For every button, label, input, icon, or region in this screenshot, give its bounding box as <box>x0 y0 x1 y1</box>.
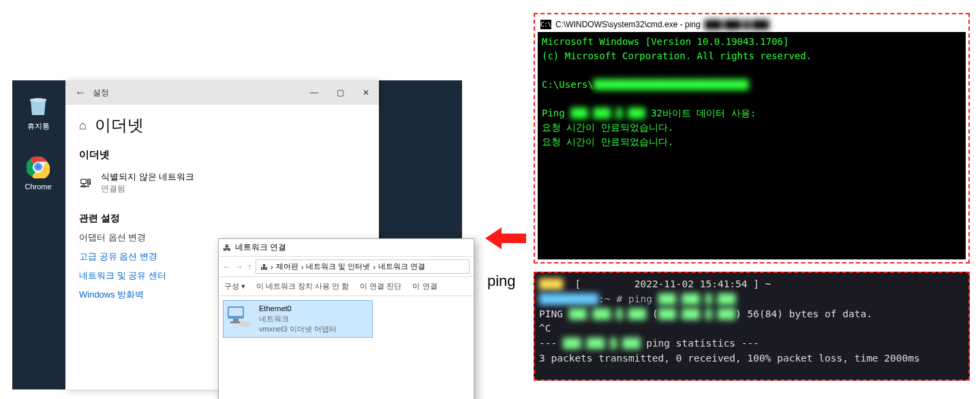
linux-user-redacted: ██████████ <box>539 292 598 307</box>
linux-datetime: [ 2022-11-02 15:41:54 ] ~ <box>575 278 771 289</box>
netconn-title-text: 네트워크 연결 <box>235 242 286 253</box>
settings-header: ⌂ 이더넷 <box>65 105 379 143</box>
toolbar-organize[interactable]: 구성 ▾ <box>224 281 245 291</box>
adapter-icon <box>226 304 254 331</box>
netconn-toolbar: 구성 ▾ 이 네트워크 장치 사용 안 함 이 연결 진단 이 연결 <box>219 277 474 296</box>
network-status-line1: 식별되지 않은 네트워크 <box>101 171 194 183</box>
chevron-right-icon: › <box>301 263 304 271</box>
netconn-titlebar[interactable]: 🖧 네트워크 연결 <box>219 239 474 257</box>
cmd-icon: C:\ <box>540 20 551 29</box>
settings-titlebar[interactable]: ← 설정 — ▢ ✕ <box>65 80 379 105</box>
chevron-right-icon: › <box>271 263 273 271</box>
linux-ping-ip3-redacted: ███.███.█.███ <box>658 307 736 322</box>
cmd-body[interactable]: Microsoft Windows [Version 10.0.19043.17… <box>538 32 966 259</box>
adapter-text: Ethernet0 네트워크 vmxnet3 이더넷 어댑터 <box>259 304 337 334</box>
cmd-title-redacted: ███.███.█.███ <box>705 20 769 29</box>
network-status-item[interactable]: 🖳 식별되지 않은 네트워크 연결됨 <box>79 171 365 195</box>
monitor-network-icon: 🖳 <box>79 175 93 191</box>
linux-paren-open: ( <box>646 308 658 319</box>
breadcrumb-item-2[interactable]: 네트워크 및 인터넷 <box>306 261 370 272</box>
svg-rect-9 <box>240 321 251 327</box>
cmd-timeout-1: 요청 시간이 만료되었습니다. <box>542 122 673 133</box>
cmd-titlebar[interactable]: C:\ C:\WINDOWS\system32\cmd.exe - ping █… <box>538 17 966 32</box>
svg-point-4 <box>35 164 41 170</box>
linux-terminal-body[interactable]: ████ [ 2022-11-02 15:41:54 ] ~ █████████… <box>539 277 964 366</box>
cmd-ping-ip: ███.███.█.███ <box>570 106 645 121</box>
chrome-label: Chrome <box>19 182 57 191</box>
svg-rect-8 <box>230 321 241 323</box>
adapter-item-ethernet0[interactable]: Ethernet0 네트워크 vmxnet3 이더넷 어댑터 <box>223 300 373 338</box>
maximize-button[interactable]: ▢ <box>327 80 353 105</box>
desktop-background: 휴지통 Chrome ← 설정 — ▢ ✕ ⌂ 이더넷 이더넷 🖳 식 <box>12 80 462 389</box>
linux-stats-suffix: ping statistics --- <box>640 338 759 349</box>
network-connections-window: 🖧 네트워크 연결 ← → ↑ 🖧 › 제어판 › 네트워크 및 인터넷 › 네… <box>218 238 474 399</box>
breadcrumb[interactable]: 🖧 › 제어판 › 네트워크 및 인터넷 › 네트워크 연결 <box>256 259 470 274</box>
ethernet-section-label: 이더넷 <box>79 148 365 161</box>
minimize-button[interactable]: — <box>301 80 327 105</box>
linux-terminal-window: ████ [ 2022-11-02 15:41:54 ] ~ █████████… <box>534 272 970 381</box>
recycle-bin-label: 휴지통 <box>19 121 57 131</box>
chrome-icon <box>25 154 51 180</box>
chevron-right-icon: › <box>373 263 376 271</box>
settings-heading: 이더넷 <box>95 114 144 136</box>
network-status-text: 식별되지 않은 네트워크 연결됨 <box>101 171 194 195</box>
arrow-left-icon <box>485 226 526 257</box>
cmd-line-1: Microsoft Windows [Version 10.0.19043.17… <box>542 36 788 47</box>
toolbar-this-connection[interactable]: 이 연결 <box>412 281 437 291</box>
adapter-net-label: 네트워크 <box>259 314 337 324</box>
cmd-timeout-2: 요청 시간이 만료되었습니다. <box>542 136 673 147</box>
linux-prefix-redacted: ████ <box>539 277 575 292</box>
linux-ping-word: PING <box>539 308 569 319</box>
linux-stats-ip-redacted: ███.███.█.███ <box>563 336 641 351</box>
linux-paren-close: ) 56(84) bytes of data. <box>735 308 872 319</box>
recycle-bin-icon <box>25 93 51 118</box>
svg-rect-6 <box>229 308 243 316</box>
netconn-title-icon: 🖧 <box>223 243 231 253</box>
breadcrumb-item-3[interactable]: 네트워크 연결 <box>378 261 425 272</box>
linux-stats-prefix: --- <box>539 338 563 349</box>
linux-prompt: :~ # ping <box>598 293 658 304</box>
linux-summary: 3 packets transmitted, 0 received, 100% … <box>539 353 920 364</box>
nav-back-icon[interactable]: ← <box>223 262 231 272</box>
nav-forward-icon[interactable]: → <box>235 262 243 272</box>
linux-ping-ip-redacted: ███.███.█.███ <box>658 292 736 307</box>
settings-title-text: 설정 <box>93 87 109 99</box>
recycle-bin-icon-item[interactable]: 휴지통 <box>19 93 57 131</box>
window-controls: — ▢ ✕ <box>301 80 379 105</box>
adapter-name: Ethernet0 <box>259 304 337 314</box>
nav-up-icon[interactable]: ↑ <box>247 262 251 272</box>
cmd-line-2: (c) Microsoft Corporation. All rights re… <box>542 50 812 61</box>
cmd-prompt: C:\Users\ <box>542 79 594 90</box>
cmd-prompt-redacted: ███████████████████████████ <box>594 78 749 92</box>
cmd-ping-suffix: 32바이트 데이터 사용: <box>651 108 756 118</box>
cmd-ping-label: Ping <box>542 108 565 118</box>
linux-ping-ip2-redacted: ███.███.█.███ <box>569 307 647 322</box>
back-arrow-icon[interactable]: ← <box>71 86 90 99</box>
close-button[interactable]: ✕ <box>353 80 379 105</box>
svg-point-0 <box>30 98 46 102</box>
network-status-line2: 연결됨 <box>101 183 194 195</box>
svg-rect-7 <box>233 319 239 321</box>
toolbar-disable-device[interactable]: 이 네트워크 장치 사용 안 함 <box>256 281 349 291</box>
netconn-navbar: ← → ↑ 🖧 › 제어판 › 네트워크 및 인터넷 › 네트워크 연결 <box>219 257 474 277</box>
cmd-window: C:\ C:\WINDOWS\system32\cmd.exe - ping █… <box>534 13 970 264</box>
home-icon[interactable]: ⌂ <box>79 118 87 133</box>
toolbar-diagnose[interactable]: 이 연결 진단 <box>360 281 401 291</box>
related-settings-heading: 관련 설정 <box>79 212 365 225</box>
adapter-driver-label: vmxnet3 이더넷 어댑터 <box>259 324 337 334</box>
breadcrumb-root-icon: 🖧 <box>260 263 268 271</box>
ping-label: ping <box>487 272 516 290</box>
breadcrumb-item-1[interactable]: 제어판 <box>276 261 298 272</box>
chrome-icon-item[interactable]: Chrome <box>19 154 57 191</box>
linux-ctrlc: ^C <box>539 323 551 334</box>
cmd-title-text: C:\WINDOWS\system32\cmd.exe - ping <box>555 20 701 29</box>
